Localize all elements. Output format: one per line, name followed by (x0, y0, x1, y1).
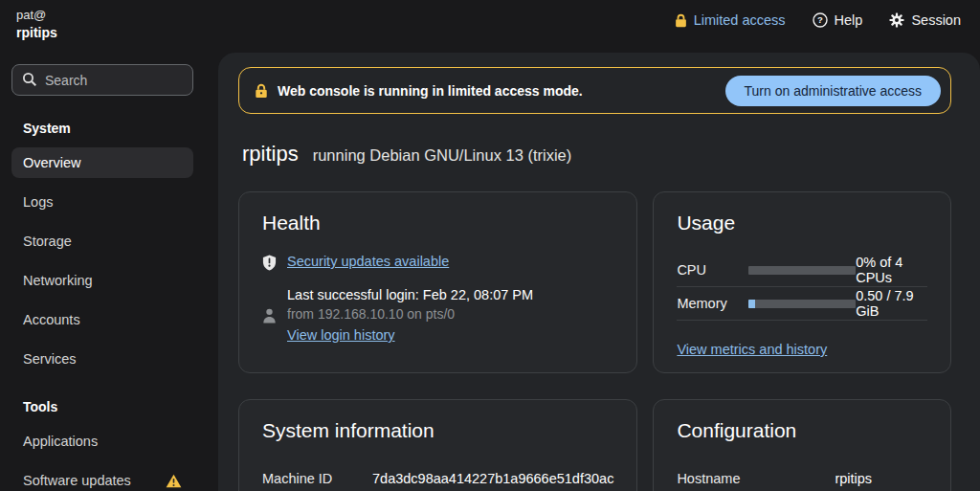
hostname-value: rpitips (835, 471, 927, 486)
login-from-text: from 192.168.10.10 on pts/0 (287, 306, 533, 322)
gear-icon (889, 12, 904, 28)
help-menu[interactable]: ? Help (813, 12, 863, 28)
user-icon (262, 288, 277, 344)
view-login-history-link[interactable]: View login history (287, 327, 395, 343)
brand-host-switcher: pat@ rpitips (16, 8, 57, 41)
shield-alert-icon (262, 255, 277, 271)
sidebar-search (11, 64, 193, 96)
svg-text:?: ? (817, 14, 823, 25)
sidebar-item-storage[interactable]: Storage (11, 226, 193, 257)
sidebar-item-services[interactable]: Services (11, 344, 193, 374)
hostname-row: Hostname rpitips (677, 461, 927, 491)
nav-section-system: System (23, 121, 193, 136)
limited-access-alert: Web console is running in limited access… (238, 67, 951, 114)
memory-usage-row: Memory 0.50 / 7.9 GiB (677, 287, 927, 321)
sidebar-item-networking[interactable]: Networking (11, 265, 193, 296)
question-circle-icon: ? (813, 12, 828, 28)
page-title: rpitips running Debian GNU/Linux 13 (tri… (242, 142, 951, 167)
sidebar-item-overview[interactable]: Overview (11, 147, 193, 178)
warning-triangle-icon (166, 474, 182, 488)
security-updates-link[interactable]: Security updates available (287, 254, 449, 271)
cpu-value: 0% of 4 CPUs (856, 255, 927, 285)
hostname-label: Hostname (677, 471, 835, 486)
sidebar-item-software-updates[interactable]: Software updates (11, 465, 193, 491)
sidebar-item-applications[interactable]: Applications (11, 426, 193, 457)
help-label: Help (835, 12, 863, 28)
search-icon (22, 72, 37, 87)
session-label: Session (911, 12, 961, 28)
health-card: Health Security updates available Last s… (238, 191, 637, 373)
nav-section-tools: Tools (23, 399, 193, 414)
usage-card-title: Usage (677, 212, 927, 234)
machine-id-label: Machine ID (262, 471, 372, 486)
lock-icon (255, 83, 268, 99)
health-card-title: Health (262, 212, 613, 234)
machine-id-row: Machine ID 7da3dc98aa414227b1a9666e51df3… (262, 461, 613, 491)
masthead-hostname: rpitips (16, 24, 57, 41)
masthead-toolbar: Limited access ? Help Session (675, 12, 961, 28)
search-input[interactable] (11, 64, 193, 96)
last-login-text: Last successful login: Feb 22, 08:07 PM (287, 287, 533, 302)
masthead-username: pat@ (16, 8, 57, 24)
cpu-usage-row: CPU 0% of 4 CPUs (677, 254, 927, 287)
sidebar-item-accounts[interactable]: Accounts (11, 304, 193, 335)
memory-progress-bar (748, 300, 856, 308)
main-panel: Web console is running in limited access… (218, 53, 980, 491)
system-information-title: System information (262, 419, 613, 442)
configuration-card: Configuration Hostname rpitips (653, 399, 951, 491)
configuration-title: Configuration (677, 419, 927, 442)
limited-access-label: Limited access (694, 12, 786, 28)
machine-id-value: 7da3dc98aa414227b1a9666e51df30ac (372, 471, 613, 486)
usage-card: Usage CPU 0% of 4 CPUs Memory 0.50 / 7.9… (653, 191, 951, 373)
sidebar: System Overview Logs Storage Networking … (0, 53, 218, 491)
alert-message: Web console is running in limited access… (278, 83, 583, 99)
limited-access-indicator[interactable]: Limited access (675, 12, 786, 28)
overview-cards: Health Security updates available Last s… (238, 191, 951, 491)
turn-on-admin-access-button[interactable]: Turn on administrative access (725, 76, 941, 106)
memory-label: Memory (677, 296, 748, 311)
os-subtitle: running Debian GNU/Linux 13 (trixie) (313, 146, 572, 165)
hostname-title: rpitips (242, 142, 299, 167)
system-information-card: System information Machine ID 7da3dc98aa… (238, 399, 637, 491)
cpu-label: CPU (677, 262, 748, 278)
session-menu[interactable]: Session (889, 12, 961, 28)
sidebar-item-logs[interactable]: Logs (11, 187, 193, 217)
view-metrics-link[interactable]: View metrics and history (677, 342, 827, 357)
cpu-progress-bar (748, 266, 856, 275)
memory-value: 0.50 / 7.9 GiB (856, 288, 927, 319)
lock-icon (675, 13, 687, 28)
